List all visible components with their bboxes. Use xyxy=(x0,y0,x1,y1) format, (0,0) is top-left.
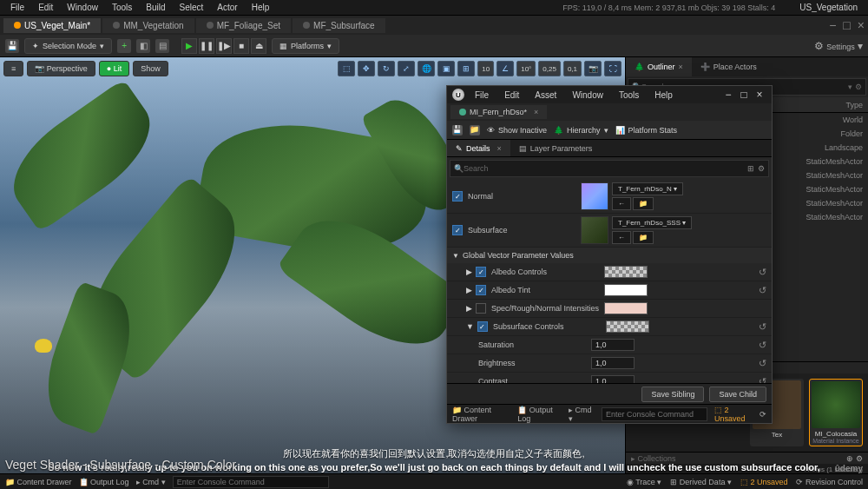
transform-select-icon[interactable]: ⬚ xyxy=(338,61,355,76)
console-input[interactable] xyxy=(173,476,329,488)
normal-texture-dropdown[interactable]: T_Fern_rhDso_N ▾ xyxy=(612,182,683,195)
output-log-button[interactable]: 📋 Output Log xyxy=(517,406,562,423)
blueprint-icon[interactable]: ◧ xyxy=(136,39,150,53)
perspective-dropdown[interactable]: 📷 Perspective xyxy=(27,61,95,76)
save-button[interactable]: 💾 xyxy=(452,125,463,135)
lit-dropdown[interactable]: ● Lit xyxy=(99,61,129,76)
reset-icon[interactable]: ↺ xyxy=(759,340,766,351)
brightness-input[interactable] xyxy=(591,357,635,369)
popup-menu-help[interactable]: Help xyxy=(649,90,678,100)
maximize-viewport-icon[interactable]: ⛶ xyxy=(604,61,621,76)
grid-snap-icon[interactable]: ⊞ xyxy=(457,61,475,76)
frame-skip-button[interactable]: ❚▶ xyxy=(216,38,232,54)
viewport-options[interactable]: ≡ xyxy=(3,61,23,76)
revision-control-button[interactable]: ⟳ Revision Control xyxy=(796,478,863,486)
tab-foliage-set[interactable]: MF_Foliage_Set xyxy=(196,18,291,33)
albedo-tint-checkbox[interactable] xyxy=(476,285,486,295)
use-icon[interactable]: ← xyxy=(612,231,631,244)
settings-dropdown[interactable]: ⚙ Settings ▾ xyxy=(814,40,863,52)
tab-layer-parameters[interactable]: ▤ Layer Parameters xyxy=(510,140,602,156)
content-drawer-button[interactable]: 📁 Content Drawer xyxy=(5,478,72,486)
angle-size[interactable]: 10° xyxy=(516,61,536,76)
transform-rotate-icon[interactable]: ↻ xyxy=(378,61,395,76)
derived-data-button[interactable]: ⊞ Derived Data ▾ xyxy=(670,478,732,486)
param-albedo-controls[interactable]: ▶Albedo Controls↺ xyxy=(447,263,772,281)
popup-minimize-button[interactable]: − xyxy=(721,89,735,101)
pause-button[interactable]: ❚❚ xyxy=(199,38,214,54)
add-icon[interactable]: + xyxy=(117,39,131,53)
tab-subsurface[interactable]: MF_Subsurface xyxy=(293,18,385,33)
platforms-dropdown[interactable]: ▦ Platforms ▾ xyxy=(272,38,339,54)
param-albedo-tint[interactable]: ▶Albedo Tint↺ xyxy=(447,281,772,300)
selection-mode-dropdown[interactable]: ✦ Selection Mode ▾ xyxy=(24,38,112,54)
trace-button[interactable]: ◉ Trace ▾ xyxy=(627,478,662,486)
cmd-dropdown[interactable]: ▸ Cmd ▾ xyxy=(569,406,595,423)
tab-outliner[interactable]: 🌲 Outliner × xyxy=(626,57,692,76)
save-child-button[interactable]: Save Child xyxy=(709,387,766,402)
settings-icon[interactable]: ⚙ xyxy=(758,164,765,173)
reset-icon[interactable]: ↺ xyxy=(759,358,766,369)
menu-build[interactable]: Build xyxy=(139,3,172,12)
unsaved-badge[interactable]: ⬚ 2 Unsaved xyxy=(740,478,788,486)
minimize-button[interactable]: − xyxy=(829,18,836,32)
sequence-icon[interactable]: ▤ xyxy=(155,39,169,53)
menu-file[interactable]: File xyxy=(3,3,31,12)
browse-icon[interactable]: 📁 xyxy=(633,231,654,244)
details-search[interactable]: 🔍 Search ⊞⚙ xyxy=(450,160,769,177)
use-icon[interactable]: ← xyxy=(612,197,631,210)
tab-place-actors[interactable]: ➕ Place Actors xyxy=(692,57,766,76)
transform-move-icon[interactable]: ✥ xyxy=(358,61,375,76)
scale-snap[interactable]: 0,25 xyxy=(538,61,561,76)
grid-view-icon[interactable]: ⊞ xyxy=(747,164,754,173)
camera-speed[interactable]: 0,1 xyxy=(563,61,582,76)
tab-details[interactable]: ✎ Details× xyxy=(447,140,510,156)
sub-controls-swatch[interactable] xyxy=(606,320,649,333)
reset-icon[interactable]: ↺ xyxy=(759,321,766,333)
content-drawer-button[interactable]: 📁 Content Drawer xyxy=(452,406,510,423)
transform-scale-icon[interactable]: ⤢ xyxy=(398,61,415,76)
popup-menu-asset[interactable]: Asset xyxy=(529,90,562,100)
play-button[interactable]: ▶ xyxy=(181,38,197,54)
angle-snap-icon[interactable]: ∠ xyxy=(496,61,514,76)
albedo-controls-checkbox[interactable] xyxy=(476,267,486,277)
subsurface-checkbox[interactable] xyxy=(452,225,463,235)
srn-swatch[interactable] xyxy=(604,302,648,314)
unsaved-badge[interactable]: ⬚ 2 Unsaved xyxy=(714,406,754,423)
coord-world-icon[interactable]: 🌐 xyxy=(418,61,435,76)
albedo-controls-swatch[interactable] xyxy=(604,266,648,278)
contrast-input[interactable] xyxy=(591,375,635,383)
reset-icon[interactable]: ↺ xyxy=(759,267,766,278)
saturation-input[interactable] xyxy=(591,339,635,351)
eject-button[interactable]: ⏏ xyxy=(251,38,266,54)
popup-maximize-button[interactable]: □ xyxy=(737,89,751,101)
menu-window[interactable]: Window xyxy=(60,3,105,12)
subsurface-texture-thumb[interactable] xyxy=(581,216,608,244)
reset-icon[interactable]: ↺ xyxy=(759,376,766,384)
param-subsurface-controls[interactable]: ▼Subsurface Controls↺ xyxy=(447,318,772,336)
browse-button[interactable]: 📁 xyxy=(470,125,480,135)
material-editor-window[interactable]: U File Edit Asset Window Tools Help − □ … xyxy=(446,85,773,424)
popup-close-button[interactable]: × xyxy=(753,89,766,101)
sub-controls-checkbox[interactable] xyxy=(477,321,488,332)
console-input[interactable] xyxy=(602,407,707,421)
camera-icon[interactable]: 📷 xyxy=(584,61,602,76)
platform-stats-button[interactable]: 📊 Platform Stats xyxy=(615,126,678,135)
menu-tools[interactable]: Tools xyxy=(105,3,139,12)
asset-tile-colocasia[interactable]: MI_Colocasia Material Instance xyxy=(809,379,863,446)
normal-checkbox[interactable] xyxy=(452,191,463,202)
popup-menu-file[interactable]: File xyxy=(470,90,494,100)
cmd-dropdown[interactable]: ▸ Cmd ▾ xyxy=(136,478,166,486)
albedo-tint-swatch[interactable] xyxy=(604,284,648,296)
close-button[interactable]: × xyxy=(858,18,865,32)
popup-menu-edit[interactable]: Edit xyxy=(499,90,524,100)
section-global-vector[interactable]: ▼Global Vector Parameter Values xyxy=(447,248,772,263)
param-spec-rough-normal[interactable]: ▶Spec/Rough/Normal Intensities xyxy=(447,300,772,318)
popup-menu-tools[interactable]: Tools xyxy=(614,90,644,100)
surface-snap-icon[interactable]: ▣ xyxy=(437,61,455,76)
subsurface-texture-dropdown[interactable]: T_Fern_rhDso_SSS ▾ xyxy=(612,216,692,229)
browse-icon[interactable]: 📁 xyxy=(633,197,654,210)
show-inactive-toggle[interactable]: 👁 Show Inactive xyxy=(487,126,547,135)
details-body[interactable]: Normal T_Fern_rhDso_N ▾ ←📁 Subsurface T_… xyxy=(447,180,772,383)
menu-select[interactable]: Select xyxy=(173,3,211,12)
output-log-button[interactable]: 📋 Output Log xyxy=(79,478,129,486)
